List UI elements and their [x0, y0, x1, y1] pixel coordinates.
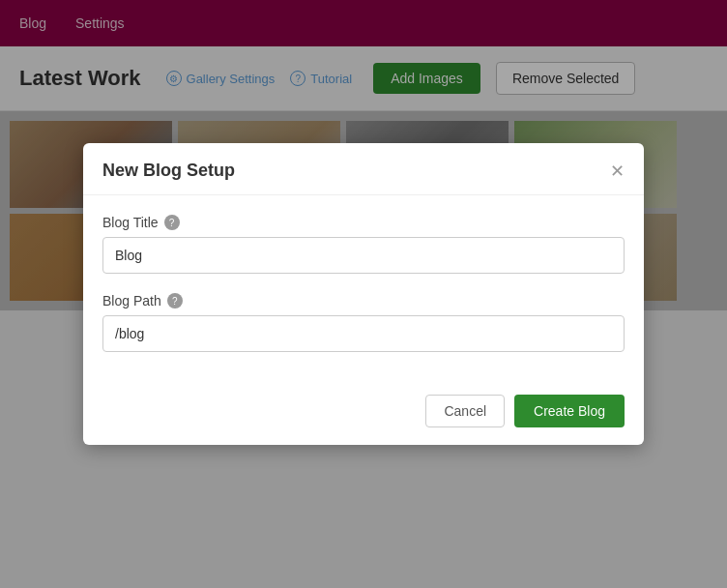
blog-path-group: Blog Path ? [102, 293, 625, 352]
blog-title-help-icon[interactable]: ? [164, 215, 180, 230]
cancel-button[interactable]: Cancel [425, 395, 505, 427]
modal-dialog: New Blog Setup ✕ Blog Title ? Blog Path … [83, 143, 644, 445]
create-blog-button[interactable]: Create Blog [514, 395, 625, 427]
blog-title-input[interactable] [102, 237, 625, 274]
modal-close-button[interactable]: ✕ [610, 162, 625, 180]
modal-header: New Blog Setup ✕ [83, 143, 644, 195]
modal-footer: Cancel Create Blog [83, 381, 644, 445]
blog-path-help-icon[interactable]: ? [167, 293, 183, 309]
modal-backdrop: New Blog Setup ✕ Blog Title ? Blog Path … [0, 0, 727, 588]
blog-path-input[interactable] [102, 315, 625, 352]
blog-title-group: Blog Title ? [102, 215, 625, 274]
modal-title: New Blog Setup [102, 161, 235, 181]
blog-path-label: Blog Path ? [102, 293, 625, 309]
modal-body: Blog Title ? Blog Path ? [83, 195, 644, 381]
blog-title-label: Blog Title ? [102, 215, 625, 230]
